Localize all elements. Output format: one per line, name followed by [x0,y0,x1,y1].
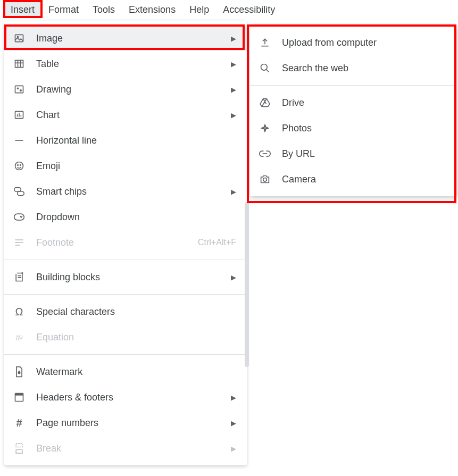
submenu-by-url[interactable]: By URL [250,141,456,166]
menubar-extensions[interactable]: Extensions [122,2,182,18]
hash-icon: # [13,416,26,429]
menu-shortcut: Ctrl+Alt+F [198,238,236,247]
menu-item-emoji[interactable]: Emoji [4,153,247,179]
menu-item-chart[interactable]: Chart ▶ [4,102,247,128]
menu-label: Equation [36,332,236,343]
footnote-icon [13,236,26,249]
svg-line-36 [262,102,265,107]
chevron-right-icon: ▶ [231,394,236,402]
watermark-icon [13,365,26,378]
menu-item-page-numbers[interactable]: # Page numbers ▶ [4,410,247,436]
upload-icon [259,36,271,49]
menu-label: Smart chips [36,186,220,197]
chevron-right-icon: ▶ [231,86,236,94]
menu-label: Special characters [36,306,236,318]
svg-point-8 [20,89,22,91]
image-icon [13,32,26,45]
menubar-label: Tools [93,4,115,15]
menu-label: Image [36,33,220,44]
headers-footers-icon [13,391,26,404]
menubar-label: Help [189,4,209,15]
menu-item-smart-chips[interactable]: Smart chips ▶ [4,179,247,204]
menubar-label: Accessibility [223,4,275,15]
menubar-insert[interactable]: Insert [4,2,41,18]
smart-chips-icon [13,185,26,198]
menu-label: Drawing [36,84,220,95]
menu-label: Page numbers [36,417,220,429]
menu-separator [250,85,456,86]
svg-rect-18 [18,191,24,196]
chevron-right-icon: ▶ [231,419,236,427]
svg-line-32 [267,70,269,72]
svg-rect-6 [15,86,23,93]
menubar-help[interactable]: Help [183,2,215,18]
svg-point-31 [261,64,268,71]
menu-item-watermark[interactable]: Watermark [4,359,247,385]
image-submenu: Upload from computer Search the web Driv… [250,26,456,196]
menu-item-image[interactable]: Image ▶ [4,26,247,51]
chevron-right-icon: ▶ [231,111,236,119]
svg-point-1 [18,37,19,38]
menu-label: By URL [282,148,446,160]
menu-separator [4,354,247,355]
menu-item-horizontal-line[interactable]: Horizontal line [4,128,247,153]
dropdown-scrollbar[interactable] [245,202,249,367]
menu-label: Photos [282,123,446,134]
chevron-right-icon: ▶ [231,445,236,453]
camera-icon [259,173,271,186]
menubar-label: Insert [11,4,35,15]
menubar-label: Extensions [129,4,176,15]
menu-item-drawing[interactable]: Drawing ▶ [4,77,247,102]
submenu-upload-from-computer[interactable]: Upload from computer [250,30,456,55]
svg-point-14 [15,162,23,170]
menu-item-special-characters[interactable]: Ω Special characters [4,299,247,324]
menu-label: Building blocks [36,272,220,283]
menu-label: Horizontal line [36,135,236,146]
menu-label: Search the web [282,63,446,74]
svg-rect-7 [17,88,19,89]
submenu-photos[interactable]: Photos [250,115,456,141]
menu-label: Drive [282,97,446,108]
menu-separator [4,260,247,260]
submenu-camera[interactable]: Camera [250,166,456,192]
insert-dropdown: Image ▶ Table ▶ Drawing ▶ Chart ▶ Horizo… [4,21,247,465]
menu-label: Upload from computer [282,37,446,48]
svg-point-16 [20,165,21,166]
menu-item-table[interactable]: Table ▶ [4,51,247,77]
svg-rect-28 [15,394,23,396]
menu-label: Chart [36,110,220,121]
menu-label: Dropdown [36,212,236,223]
menu-label: Break [36,443,220,454]
menu-item-equation[interactable]: π2 Equation [4,324,247,350]
search-icon [259,62,271,74]
menu-label: Watermark [36,366,236,378]
menu-item-dropdown[interactable]: Dropdown [4,204,247,230]
menu-label: Footnote [36,237,187,248]
svg-rect-19 [14,214,24,220]
menu-item-break[interactable]: Break ▶ [4,436,247,461]
menubar: Insert Format Tools Extensions Help Acce… [0,0,458,20]
photos-icon [259,122,271,135]
menubar-format[interactable]: Format [42,2,85,18]
submenu-search-the-web[interactable]: Search the web [250,55,456,81]
building-blocks-icon [13,271,26,283]
link-icon [259,147,271,160]
menu-label: Camera [282,174,446,185]
menu-item-headers-footers[interactable]: Headers & footers ▶ [4,385,247,410]
menubar-accessibility[interactable]: Accessibility [216,2,281,18]
menu-item-footnote[interactable]: Footnote Ctrl+Alt+F [4,230,247,255]
menu-label: Emoji [36,161,236,172]
submenu-drive[interactable]: Drive [250,90,456,115]
omega-icon: Ω [13,305,26,318]
drawing-icon [13,83,26,96]
menu-separator [4,294,247,295]
menubar-tools[interactable]: Tools [86,2,121,18]
svg-point-15 [18,165,19,166]
drive-icon [259,96,271,109]
dropdown-icon [13,211,26,223]
svg-rect-2 [15,60,23,67]
svg-rect-17 [14,188,21,192]
horizontal-line-icon [13,134,26,147]
menu-label: Headers & footers [36,392,220,403]
menu-item-building-blocks[interactable]: Building blocks ▶ [4,264,247,290]
